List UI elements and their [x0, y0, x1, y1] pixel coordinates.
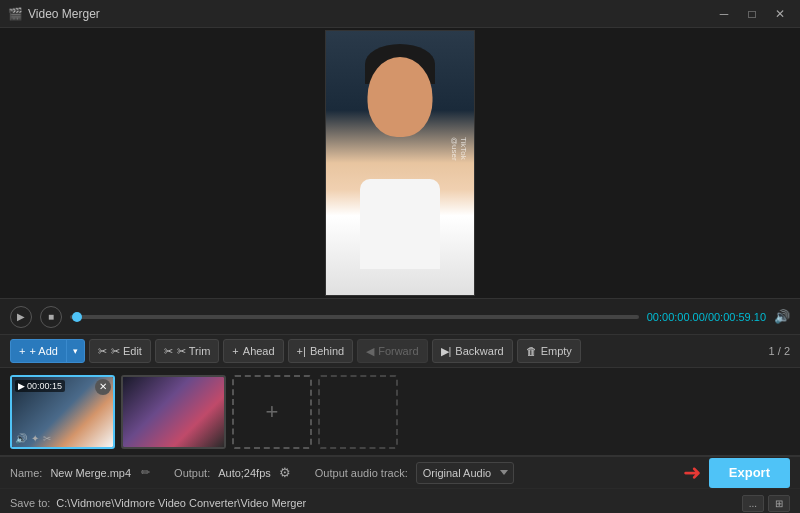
clip-remove-button[interactable]: ✕ — [95, 379, 111, 395]
trim-button[interactable]: ✂ ✂ Trim — [155, 339, 219, 363]
volume-icon[interactable]: 🔊 — [774, 309, 790, 324]
trim-icon: ✂ — [164, 345, 173, 358]
preview-frame: TikTok@user — [326, 31, 474, 295]
clip-star-icon: ✦ — [31, 433, 39, 444]
output-label: Output: — [174, 467, 210, 479]
output-settings-icon[interactable]: ⚙ — [279, 465, 291, 480]
trim-label: ✂ Trim — [177, 345, 210, 358]
clip-icon: ▶ — [18, 381, 25, 391]
time-display: 00:00:00.00/00:00:59.10 — [647, 311, 766, 323]
save-bar: Save to: C:\Vidmore\Vidmore Video Conver… — [0, 489, 800, 513]
empty-label: Empty — [541, 345, 572, 357]
behind-label: Behind — [310, 345, 344, 357]
save-buttons: ... ⊞ — [742, 495, 790, 512]
add-chevron[interactable]: ▾ — [66, 340, 84, 362]
filename-value: New Merge.mp4 — [50, 467, 131, 479]
title-bar: 🎬 Video Merger ─ □ ✕ — [0, 0, 800, 28]
export-arrow-icon: ➜ — [683, 460, 701, 486]
output-value: Auto;24fps — [218, 467, 271, 479]
save-path-value: C:\Vidmore\Vidmore Video Converter\Video… — [56, 497, 306, 509]
add-plus-icon: + — [19, 345, 25, 357]
clip-time: 00:00:15 — [27, 381, 62, 391]
play-button[interactable]: ▶ — [10, 306, 32, 328]
preview-area: TikTok@user — [0, 28, 800, 298]
behind-button[interactable]: +| Behind — [288, 339, 354, 363]
audio-track-label: Output audio track: — [315, 467, 408, 479]
minimize-button[interactable]: ─ — [712, 5, 736, 23]
title-left: 🎬 Video Merger — [8, 7, 100, 21]
add-button[interactable]: + + Add — [11, 340, 66, 362]
edit-label: ✂ Edit — [111, 345, 142, 358]
clip-item[interactable]: ▶ 00:00:15 ✕ 🔊 ✦ ✂ — [10, 375, 115, 449]
clip-scissors-icon: ✂ — [43, 433, 51, 444]
progress-track[interactable] — [70, 315, 639, 319]
progress-thumb[interactable] — [72, 312, 82, 322]
backward-icon: ▶| — [441, 345, 452, 358]
backward-label: Backward — [455, 345, 503, 357]
window-controls: ─ □ ✕ — [712, 5, 792, 23]
save-to-label: Save to: — [10, 497, 50, 509]
name-label: Name: — [10, 467, 42, 479]
app-icon: 🎬 — [8, 7, 22, 21]
video-preview: TikTok@user — [325, 30, 475, 296]
page-count: 1 / 2 — [769, 345, 790, 357]
forward-icon: ◀ — [366, 345, 374, 358]
ahead-icon: + — [232, 345, 238, 357]
close-button[interactable]: ✕ — [768, 5, 792, 23]
stop-button[interactable]: ■ — [40, 306, 62, 328]
toolbar: + + Add ▾ ✂ ✂ Edit ✂ ✂ Trim + Ahead +| B… — [0, 334, 800, 368]
preview-face — [368, 57, 433, 137]
more-options-button[interactable]: ... — [742, 495, 764, 512]
folder-button[interactable]: ⊞ — [768, 495, 790, 512]
backward-button[interactable]: ▶| Backward — [432, 339, 513, 363]
empty-button[interactable]: 🗑 Empty — [517, 339, 581, 363]
edit-icon: ✂ — [98, 345, 107, 358]
edit-button[interactable]: ✂ ✂ Edit — [89, 339, 151, 363]
add-clip-button[interactable]: + — [232, 375, 312, 449]
name-bar: Name: New Merge.mp4 ✏ Output: Auto;24fps… — [0, 457, 800, 489]
forward-label: Forward — [378, 345, 418, 357]
audio-track-select[interactable]: Original Audio No Audio — [416, 462, 514, 484]
clip-item[interactable] — [121, 375, 226, 449]
ahead-button[interactable]: + Ahead — [223, 339, 283, 363]
bottom-bar: Name: New Merge.mp4 ✏ Output: Auto;24fps… — [0, 456, 800, 513]
behind-icon: +| — [297, 345, 306, 357]
export-button[interactable]: Export — [709, 458, 790, 488]
watermark: TikTok@user — [450, 137, 468, 161]
clip-placeholder — [318, 375, 398, 449]
export-area: ➜ Export — [683, 458, 790, 488]
maximize-button[interactable]: □ — [740, 5, 764, 23]
add-dropdown[interactable]: + + Add ▾ — [10, 339, 85, 363]
clip-bottom-icons: 🔊 ✦ ✂ — [15, 433, 51, 444]
add-label: + Add — [29, 345, 57, 357]
app-title: Video Merger — [28, 7, 100, 21]
playback-bar: ▶ ■ 00:00:00.00/00:00:59.10 🔊 — [0, 298, 800, 334]
clip-audio-icon: 🔊 — [15, 433, 27, 444]
ahead-label: Ahead — [243, 345, 275, 357]
clip-thumbnail-2 — [123, 377, 224, 447]
preview-body — [360, 179, 440, 269]
clip-duration: ▶ 00:00:15 — [15, 380, 65, 392]
trash-icon: 🗑 — [526, 345, 537, 357]
forward-button[interactable]: ◀ Forward — [357, 339, 427, 363]
clips-area: ▶ 00:00:15 ✕ 🔊 ✦ ✂ + — [0, 368, 800, 456]
filename-edit-icon[interactable]: ✏ — [141, 466, 150, 479]
